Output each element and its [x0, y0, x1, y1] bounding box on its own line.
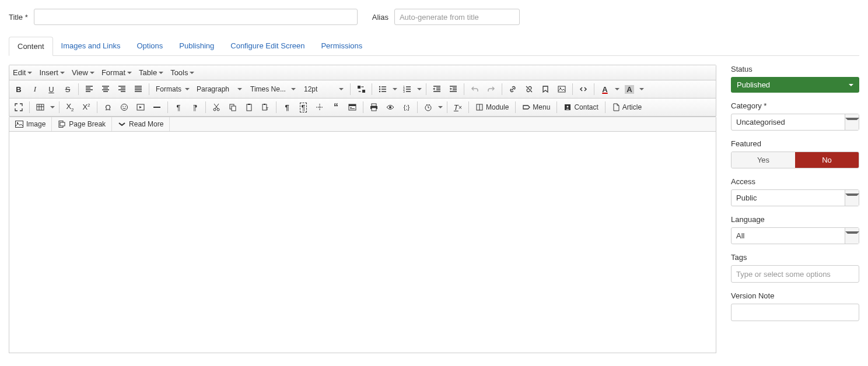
tab-publishing[interactable]: Publishing: [171, 37, 222, 55]
italic-button[interactable]: I: [27, 82, 43, 97]
svg-rect-22: [264, 104, 265, 105]
table-button[interactable]: [33, 100, 48, 115]
sourcecode-button[interactable]: [576, 82, 591, 97]
find-replace-button[interactable]: [354, 82, 369, 97]
cut-button[interactable]: [209, 100, 224, 115]
menu-edit[interactable]: Edit: [9, 65, 36, 80]
menu-format[interactable]: Format: [98, 65, 135, 80]
language-select[interactable]: All: [731, 227, 859, 244]
strikethrough-button[interactable]: S: [60, 82, 75, 97]
bullet-list-button[interactable]: [375, 82, 390, 97]
link-button[interactable]: [505, 82, 520, 97]
module-button[interactable]: Module: [472, 100, 512, 115]
access-select[interactable]: Public: [731, 189, 859, 206]
unlink-button[interactable]: [522, 82, 537, 97]
tags-input[interactable]: [731, 265, 859, 283]
hr-button[interactable]: [149, 100, 164, 115]
redo-button[interactable]: [484, 82, 499, 97]
fullscreen-button[interactable]: [11, 100, 26, 115]
svg-rect-0: [358, 86, 360, 89]
insertdatetime-button[interactable]: [421, 100, 436, 115]
image-icon: [15, 121, 23, 128]
pagebreak-button[interactable]: Page Break: [52, 117, 112, 131]
featured-yes[interactable]: Yes: [732, 152, 795, 168]
numbered-list-dropdown[interactable]: [416, 82, 423, 97]
underline-button[interactable]: U: [44, 82, 59, 97]
template-button[interactable]: [345, 100, 360, 115]
subscript-button[interactable]: X2: [62, 100, 78, 115]
outdent-button[interactable]: [429, 82, 444, 97]
tab-options[interactable]: Options: [128, 37, 171, 55]
codesample-button[interactable]: {;}: [399, 100, 414, 115]
tab-images-links[interactable]: Images and Links: [53, 37, 129, 55]
undo-button[interactable]: [467, 82, 482, 97]
toolbar-row-1: B I U S Formats Paragraph Times Ne... 12…: [9, 80, 716, 98]
align-center-button[interactable]: [98, 82, 113, 97]
preview-button[interactable]: [383, 100, 398, 115]
image-insert-button[interactable]: Image: [9, 117, 52, 131]
paste-button[interactable]: [242, 100, 257, 115]
emoticons-button[interactable]: [117, 100, 132, 115]
sidebar: Status Published Category * Uncategorise…: [731, 65, 859, 353]
textcolor-dropdown[interactable]: [614, 82, 621, 97]
svg-text:3: 3: [403, 90, 405, 93]
title-input[interactable]: [34, 9, 358, 25]
bgcolor-dropdown[interactable]: [638, 82, 645, 97]
numbered-list-button[interactable]: 123: [400, 82, 415, 97]
featured-toggle: Yes No: [731, 152, 859, 168]
nonbreaking-button[interactable]: [312, 100, 327, 115]
pastetext-button[interactable]: T: [258, 100, 273, 115]
showblocks-button[interactable]: ¶: [296, 100, 311, 115]
showinvisibles-button[interactable]: ¶: [279, 100, 295, 115]
table-dropdown[interactable]: [49, 100, 56, 115]
editor-content-area[interactable]: [9, 132, 716, 353]
insertdatetime-dropdown[interactable]: [437, 100, 444, 115]
block-select[interactable]: Paragraph: [193, 82, 246, 97]
ltr-button[interactable]: ¶: [171, 100, 186, 115]
image-button[interactable]: [554, 82, 569, 97]
media-button[interactable]: [133, 100, 148, 115]
blockquote-button[interactable]: “: [328, 100, 344, 115]
menu-button[interactable]: Menu: [519, 100, 554, 115]
tab-permissions[interactable]: Permissions: [313, 37, 370, 55]
specialchar-button[interactable]: Ω: [100, 100, 116, 115]
article-button[interactable]: Article: [608, 100, 645, 115]
menu-tools[interactable]: Tools: [167, 65, 198, 80]
align-right-button[interactable]: [114, 82, 130, 97]
category-label: Category *: [731, 101, 859, 110]
align-left-button[interactable]: [82, 82, 97, 97]
align-justify-button[interactable]: [131, 82, 146, 97]
menu-table[interactable]: Table: [135, 65, 167, 80]
fontsize-select[interactable]: 12pt: [300, 82, 347, 97]
version-note-input[interactable]: [731, 304, 859, 321]
extra-toolbar: Image Page Break Read More: [9, 117, 716, 132]
tab-content[interactable]: Content: [9, 37, 53, 56]
svg-rect-25: [349, 104, 356, 106]
removeformat-button[interactable]: T×: [450, 100, 466, 115]
alias-input[interactable]: [394, 9, 520, 25]
svg-rect-19: [247, 104, 251, 111]
bgcolor-button[interactable]: A: [622, 82, 637, 97]
svg-point-35: [567, 106, 569, 108]
textcolor-button[interactable]: A: [597, 82, 612, 97]
formats-select[interactable]: Formats: [152, 82, 192, 97]
print-button[interactable]: [366, 100, 382, 115]
font-select[interactable]: Times Ne...: [247, 82, 299, 97]
title-row: Title * Alias: [9, 9, 859, 25]
tab-configure-edit-screen[interactable]: Configure Edit Screen: [222, 37, 313, 55]
bold-button[interactable]: B: [11, 82, 26, 97]
menu-insert[interactable]: Insert: [36, 65, 68, 80]
status-select[interactable]: Published: [731, 77, 859, 93]
svg-rect-18: [232, 106, 236, 111]
copy-button[interactable]: [225, 100, 240, 115]
superscript-button[interactable]: X2: [79, 100, 94, 115]
menu-view[interactable]: View: [68, 65, 98, 80]
category-select[interactable]: Uncategorised: [731, 114, 859, 131]
rtl-button[interactable]: ¶: [187, 100, 202, 115]
bullet-list-dropdown[interactable]: [391, 82, 398, 97]
featured-no[interactable]: No: [795, 152, 859, 168]
contact-button[interactable]: Contact: [560, 100, 601, 115]
indent-button[interactable]: [446, 82, 461, 97]
readmore-button[interactable]: Read More: [112, 117, 170, 131]
anchor-button[interactable]: [538, 82, 553, 97]
